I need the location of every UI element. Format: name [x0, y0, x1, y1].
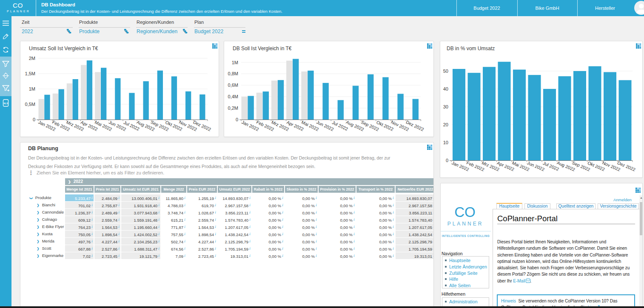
svg-text:0,4M: 0,4M [228, 94, 238, 99]
svg-text:20: 20 [443, 122, 448, 127]
svg-text:Jun 2022: Jun 2022 [527, 160, 546, 172]
svg-text:50: 50 [443, 68, 448, 74]
svg-text:0: 0 [236, 117, 238, 122]
svg-text:0: 0 [33, 117, 35, 122]
svg-text:10: 10 [443, 140, 448, 145]
svg-text:0,5M: 0,5M [25, 102, 35, 107]
svg-text:1M: 1M [29, 86, 35, 91]
svg-text:0,8M: 0,8M [228, 71, 238, 76]
svg-text:2M: 2M [29, 56, 35, 61]
svg-text:0: 0 [446, 158, 448, 163]
svg-text:1,5M: 1,5M [25, 71, 35, 76]
svg-text:0,2M: 0,2M [228, 106, 238, 111]
svg-text:30: 30 [443, 104, 448, 109]
svg-text:0,6M: 0,6M [228, 83, 238, 88]
svg-text:1M: 1M [232, 60, 238, 65]
svg-text:Jun 2022: Jun 2022 [316, 120, 334, 132]
svg-text:40: 40 [443, 86, 448, 91]
svg-text:XLS: XLS [3, 102, 8, 105]
